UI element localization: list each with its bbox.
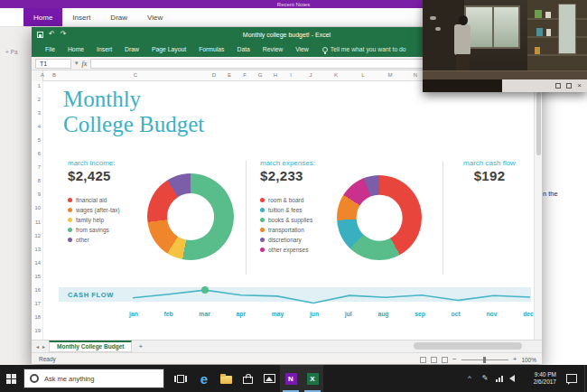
excel-ribbon-tab-file[interactable]: File [39, 42, 61, 57]
row-header-16[interactable]: 16 [32, 287, 41, 293]
income-panel-value: $2,425 [68, 168, 111, 183]
taskbar-app-edge[interactable]: e [193, 365, 215, 392]
row-header-3[interactable]: 3 [32, 110, 41, 116]
column-header-K[interactable]: K [334, 72, 338, 78]
start-button[interactable] [0, 365, 22, 392]
close-icon[interactable]: × [577, 82, 582, 89]
onenote-tab-insert[interactable]: Insert [62, 8, 100, 26]
name-box-dropdown-icon[interactable]: ▾ [75, 60, 79, 67]
column-header-D[interactable]: D [212, 72, 216, 78]
task-view-button[interactable] [170, 365, 191, 392]
tray-volume-button[interactable] [506, 365, 518, 392]
sheet-next-icon[interactable]: ▸ [42, 343, 45, 350]
action-center-button[interactable] [562, 365, 582, 392]
name-box[interactable]: T1 [35, 59, 71, 69]
column-header-G[interactable]: G [258, 72, 263, 78]
vertical-scrollbar[interactable]: ▴ [534, 81, 542, 340]
column-header-C[interactable]: C [134, 72, 137, 78]
excel-ribbon-tab-review[interactable]: Review [256, 42, 289, 57]
row-header-2[interactable]: 2 [32, 97, 41, 102]
column-header-H[interactable]: H [274, 72, 277, 78]
row-header-19[interactable]: 19 [32, 328, 41, 333]
normal-view-icon[interactable] [420, 357, 426, 363]
zoom-percentage[interactable]: 100% [521, 357, 536, 363]
onenote-tab-home[interactable]: Home [23, 8, 62, 26]
row-header-8[interactable]: 8 [32, 178, 41, 183]
taskbar-app-photos[interactable] [258, 365, 280, 392]
row-header-11[interactable]: 11 [32, 219, 41, 225]
column-header-B[interactable]: B [52, 72, 56, 78]
taskbar-app-excel[interactable]: X [302, 365, 323, 392]
cashflow-sparkline-chart[interactable] [129, 285, 534, 309]
tray-show-hidden-icons[interactable]: ^ [462, 365, 477, 392]
fullscreen-icon[interactable] [566, 83, 572, 89]
column-header-J[interactable]: J [310, 72, 312, 78]
add-sheet-icon[interactable]: + [138, 342, 143, 350]
zoom-in-icon[interactable]: + [513, 356, 517, 363]
excel-ribbon-tab-formulas[interactable]: Formulas [192, 42, 230, 57]
sheet-prev-icon[interactable]: ◂ [36, 343, 39, 350]
expenses-donut-chart[interactable] [337, 175, 422, 260]
column-header-L[interactable]: L [361, 72, 364, 78]
row-header-17[interactable]: 17 [32, 301, 41, 306]
zoom-slider-thumb[interactable] [483, 357, 486, 363]
tell-me-box[interactable]: Tell me what you want to do [322, 46, 406, 52]
legend-label: wages (after-tax) [76, 207, 120, 213]
column-header-A[interactable]: A [41, 72, 44, 78]
row-header-12[interactable]: 12 [32, 233, 41, 238]
row-header-1[interactable]: 1 [32, 83, 41, 89]
zoom-out-icon[interactable]: − [452, 356, 457, 363]
cortana-icon [30, 374, 39, 383]
row-header-9[interactable]: 9 [32, 191, 41, 197]
taskbar-app-file-explorer[interactable] [215, 365, 237, 392]
row-header-13[interactable]: 13 [32, 247, 41, 252]
legend-swatch [260, 218, 265, 222]
row-header-14[interactable]: 14 [32, 260, 41, 266]
video-controls-bar: × [502, 79, 587, 92]
legend-label: transportation [268, 227, 304, 233]
sheet-tab-monthly-college-budget[interactable]: Monthly College Budget [49, 341, 132, 352]
windows-logo-icon [6, 374, 16, 384]
taskbar-clock[interactable]: 9:40 PM 2/6/2017 [518, 371, 556, 386]
page-layout-view-icon[interactable] [431, 357, 437, 363]
onenote-left-rail: + Pa [0, 27, 32, 365]
row-header-6[interactable]: 6 [32, 151, 41, 156]
row-header-15[interactable]: 15 [32, 274, 41, 279]
horizontal-scrollbar-thumb[interactable] [414, 342, 522, 350]
row-header-18[interactable]: 18 [32, 314, 41, 320]
column-header-E[interactable]: E [228, 72, 231, 78]
onenote-tab-view[interactable]: View [137, 8, 172, 26]
vertical-scrollbar-thumb[interactable] [536, 92, 541, 155]
column-header-N[interactable]: N [414, 72, 417, 78]
row-header-4[interactable]: 4 [32, 124, 41, 129]
excel-ribbon-tab-insert[interactable]: Insert [90, 42, 118, 57]
tray-pen-button[interactable]: ✎ [479, 365, 491, 392]
taskbar-app-onenote[interactable]: N [280, 365, 302, 392]
add-page-button[interactable]: + Pa [5, 49, 18, 55]
tray-network-button[interactable] [493, 365, 506, 392]
excel-ribbon-tab-data[interactable]: Data [230, 42, 256, 57]
excel-ribbon-tab-draw[interactable]: Draw [118, 42, 145, 57]
legend-item: from savings [68, 227, 120, 233]
column-header-M[interactable]: M [388, 72, 393, 78]
column-header-I[interactable]: I [290, 72, 292, 78]
column-header-F[interactable]: F [243, 72, 247, 78]
page-break-view-icon[interactable] [442, 357, 448, 363]
search-input[interactable]: Ask me anything [23, 369, 164, 388]
row-header-7[interactable]: 7 [32, 164, 41, 170]
fx-icon[interactable]: fx [82, 60, 88, 68]
legend-label: discretionary [268, 237, 302, 243]
row-header-10[interactable]: 10 [32, 205, 41, 210]
excel-ribbon-tab-home[interactable]: Home [61, 42, 90, 57]
taskbar: Ask me anything e N X ^ ✎ 9:40 PM 2/6/20… [0, 365, 587, 392]
zoom-slider[interactable] [461, 359, 508, 360]
income-donut-chart[interactable] [147, 173, 234, 260]
excel-ribbon-tab-page-layout[interactable]: Page Layout [145, 42, 192, 57]
excel-ribbon-tab-view[interactable]: View [289, 42, 315, 57]
video-pip-window[interactable]: × [423, 0, 587, 92]
row-header-5[interactable]: 5 [32, 137, 41, 143]
shelf-board [527, 18, 587, 20]
onenote-tab-draw[interactable]: Draw [100, 8, 137, 26]
taskbar-app-store[interactable] [237, 365, 258, 392]
popout-icon[interactable] [555, 83, 561, 89]
